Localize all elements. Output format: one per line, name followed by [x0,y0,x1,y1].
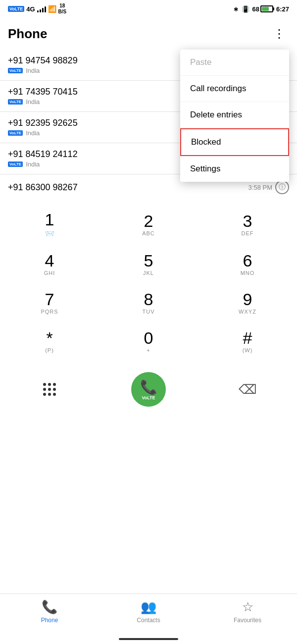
nav-item-favourites[interactable]: ☆ Favourites [198,594,297,629]
key-1[interactable]: 1 📨 [0,204,99,245]
menu-item-delete-entries[interactable]: Delete entries [180,102,289,128]
data-speed: 18B/S [58,3,67,15]
volte-indicator: VoLTE [8,99,23,105]
backspace-icon: ⌫ [239,382,257,397]
call-country: India [26,98,40,106]
call-country: India [26,161,40,168]
contacts-nav-label: Contacts [137,617,160,624]
favourites-nav-icon: ☆ [242,599,253,615]
key-star[interactable]: * (P) [0,322,99,361]
favourites-nav-label: Favourites [234,617,261,624]
battery: 68 [252,5,273,13]
call-fab[interactable]: 📞 VoLTE [131,372,166,407]
bluetooth-icon: ∗ [233,5,239,13]
info-icon[interactable]: ⓘ [275,180,289,194]
key-3[interactable]: 3 DEF [198,204,297,245]
call-country: India [26,67,40,74]
last-call-number: +91 86300 98267 [8,182,78,193]
backspace-button[interactable]: ⌫ [198,366,297,413]
status-left: VoLTE 4G 📶 18B/S [8,3,66,15]
call-country: India [26,129,40,137]
status-bar: VoLTE 4G 📶 18B/S ∗ 📳 68 6:27 [0,0,297,18]
key-9[interactable]: 9 WXYZ [198,284,297,322]
time: 6:27 [276,5,289,13]
key-hash[interactable]: # (W) [198,322,297,361]
battery-percent: 68 [252,5,259,13]
menu-item-settings[interactable]: Settings [180,156,289,182]
call-button[interactable]: 📞 VoLTE [99,366,198,413]
key-4[interactable]: 4 GHI [0,245,99,284]
volte-indicator: VoLTE [8,68,23,73]
call-time: 3:58 PM ⓘ [248,180,289,194]
more-options-icon[interactable]: ⋮ [269,23,289,45]
menu-item-paste[interactable]: Paste [180,50,289,76]
key-0[interactable]: 0 + [99,322,198,361]
menu-item-call-recordings[interactable]: Call recordings [180,76,289,102]
key-5[interactable]: 5 JKL [99,245,198,284]
nav-item-phone[interactable]: 📞 Phone [0,594,99,629]
call-fab-volte-label: VoLTE [142,395,155,400]
key-6[interactable]: 6 MNO [198,245,297,284]
volte-indicator: VoLTE [8,130,23,136]
volte-indicator: VoLTE [8,161,23,167]
nav-item-contacts[interactable]: 👥 Contacts [99,594,198,629]
key-2[interactable]: 2 ABC [99,204,198,245]
app-bar: Phone ⋮ [0,18,297,50]
network-type: 4G [26,5,35,13]
dialpad-dots-button[interactable] [0,366,99,413]
call-fab-phone-icon: 📞 [140,379,157,395]
signal-bars [37,5,46,12]
vibrate-icon: 📳 [242,5,249,13]
wifi-icon: 📶 [48,5,56,13]
dots-icon [43,383,56,396]
contacts-nav-icon: 👥 [141,599,156,615]
dialpad-grid: 1 📨 2 ABC 3 DEF 4 GHI 5 JKL 6 MNO 7 PQRS… [0,204,297,361]
home-indicator [119,638,178,640]
app-title: Phone [8,26,47,42]
dialpad-actions: 📞 VoLTE ⌫ [0,361,297,421]
dialpad: 1 📨 2 ABC 3 DEF 4 GHI 5 JKL 6 MNO 7 PQRS… [0,200,297,421]
key-8[interactable]: 8 TUV [99,284,198,322]
phone-nav-icon: 📞 [42,599,57,615]
bottom-nav: 📞 Phone 👥 Contacts ☆ Favourites [0,593,297,629]
dropdown-menu: Paste Call recordings Delete entries Blo… [180,50,289,182]
volte-badge: VoLTE [8,6,24,12]
status-right: ∗ 📳 68 6:27 [233,5,290,13]
key-7[interactable]: 7 PQRS [0,284,99,322]
menu-item-blocked[interactable]: Blocked [180,128,289,156]
phone-nav-label: Phone [41,617,58,624]
